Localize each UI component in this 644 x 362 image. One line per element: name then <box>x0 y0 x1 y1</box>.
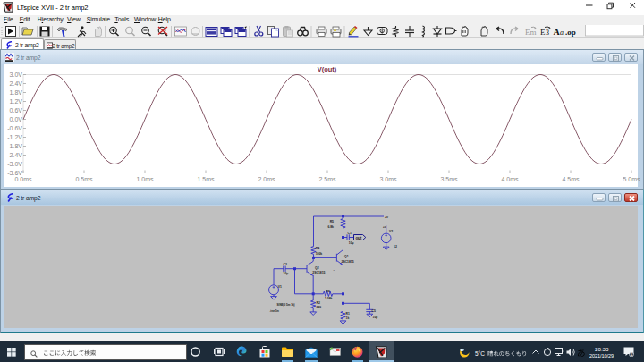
svg-text:10µ: 10µ <box>373 316 378 319</box>
svg-text:-: - <box>334 267 335 272</box>
svg-text:C1: C1 <box>348 232 352 235</box>
svg-text:10µ: 10µ <box>349 241 354 245</box>
svg-text:1.08k: 1.08k <box>325 297 333 300</box>
svg-text:Q1: Q1 <box>344 255 349 258</box>
svg-text:6.8k: 6.8k <box>327 225 334 229</box>
svg-text:R2: R2 <box>317 301 320 305</box>
svg-text:2SC1815: 2SC1815 <box>312 271 325 274</box>
svg-text:.tran 5m: .tran 5m <box>270 309 280 313</box>
svg-text:C5: C5 <box>372 309 376 313</box>
svg-text:10µ: 10µ <box>284 272 289 275</box>
svg-text:C3: C3 <box>284 263 287 266</box>
svg-text:V2: V2 <box>389 230 393 233</box>
svg-text:12: 12 <box>394 245 397 248</box>
svg-text:R1: R1 <box>346 312 350 316</box>
svg-text:Q2: Q2 <box>315 266 319 270</box>
svg-text:out: out <box>356 236 362 240</box>
svg-text:+v: +v <box>385 215 388 219</box>
svg-text:R4: R4 <box>316 247 319 250</box>
svg-text:1k: 1k <box>346 316 350 320</box>
svg-text:100k: 100k <box>316 252 323 256</box>
svg-text:+v: +v <box>383 225 386 229</box>
svg-text:R5: R5 <box>330 220 334 223</box>
svg-text:SINE(0 5m 1k): SINE(0 5m 1k) <box>277 303 295 307</box>
svg-text:R6: R6 <box>326 290 330 293</box>
svg-text:V1: V1 <box>278 285 282 289</box>
svg-text:820: 820 <box>317 306 322 309</box>
svg-text:2SC1815: 2SC1815 <box>342 260 354 264</box>
